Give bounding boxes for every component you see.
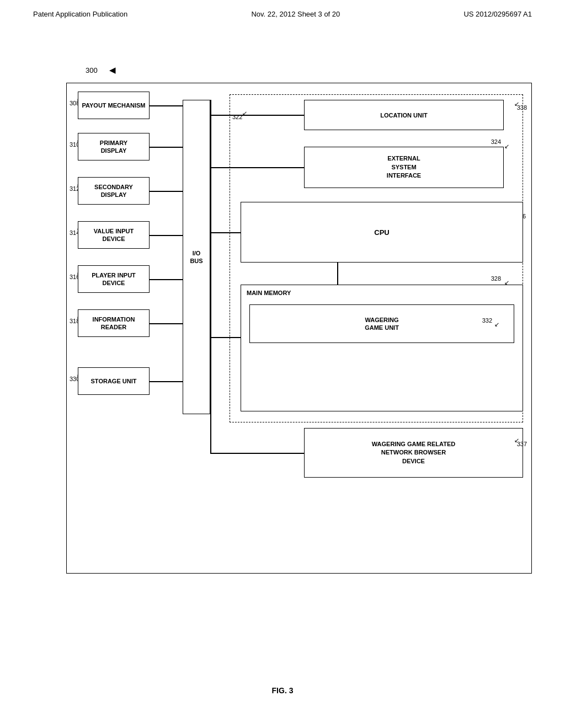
line-io-memory (210, 337, 241, 338)
ref-338-arrow: ↙ (514, 100, 519, 108)
value-input-box: VALUE INPUTDEVICE (78, 221, 150, 249)
line-player-io (150, 279, 183, 280)
line-secondary-io (150, 191, 183, 192)
line-payout-io (150, 105, 183, 106)
location-unit-box: LOCATION UNIT (304, 100, 504, 130)
line-io-cpu (210, 232, 241, 233)
line-io-location (210, 115, 304, 116)
header-middle: Nov. 22, 2012 Sheet 3 of 20 (251, 10, 340, 18)
storage-unit-box: STORAGE UNIT (78, 367, 150, 395)
fig-label: FIG. 3 (272, 686, 294, 695)
line-io-right-vert (210, 100, 211, 453)
header-right: US 2012/0295697 A1 (463, 10, 532, 18)
line-io-wagering-network (210, 453, 304, 454)
ref-300-label: 300 (86, 66, 98, 74)
value-input-label: VALUE INPUTDEVICE (94, 227, 134, 243)
main-memory-box: MAIN MEMORY WAGERINGGAME UNIT 332 ↙ (241, 285, 523, 411)
secondary-display-box: SECONDARYDISPLAY (78, 177, 150, 205)
primary-display-box: PRIMARYDISPLAY (78, 133, 150, 160)
line-io-external (210, 167, 304, 168)
page-header: Patent Application Publication Nov. 22, … (0, 0, 565, 18)
payout-mechanism-label: PAYOUT MECHANISM (82, 101, 146, 109)
ref-332-label: 332 (482, 317, 492, 324)
information-reader-box: INFORMATIONREADER (78, 309, 150, 337)
player-input-label: PLAYER INPUTDEVICE (92, 271, 136, 287)
wagering-network-label: WAGERING GAME RELATEDNETWORK BROWSERDEVI… (372, 440, 455, 465)
header-left: Patent Application Publication (33, 10, 127, 18)
line-storage-io (150, 381, 183, 382)
ref-322-arrow: ↙ (242, 110, 247, 117)
location-unit-label: LOCATION UNIT (380, 112, 427, 119)
line-cpu-memory (337, 263, 338, 285)
ref-300-arrow: ◀ (109, 65, 116, 75)
wagering-network-box: WAGERING GAME RELATEDNETWORK BROWSERDEVI… (304, 428, 523, 478)
primary-display-label: PRIMARYDISPLAY (100, 139, 127, 155)
wagering-game-unit-label: WAGERINGGAME UNIT (365, 316, 399, 332)
line-value-io (150, 235, 183, 236)
ref-324-arrow: ↙ (504, 143, 509, 150)
storage-unit-label: STORAGE UNIT (91, 377, 137, 385)
ref-324-label: 324 (491, 138, 501, 145)
line-info-io (150, 323, 183, 324)
information-reader-label: INFORMATIONREADER (93, 315, 135, 331)
cpu-label: CPU (374, 228, 389, 237)
payout-mechanism-box: PAYOUT MECHANISM (78, 92, 150, 119)
ref-337-arrow: ↙ (514, 437, 519, 444)
io-bus-box: I/OBUS (183, 100, 210, 414)
diagram-container: 300 ◀ 308 ↙ PAYOUT MECHANISM 310 ↙ PRIMA… (33, 66, 532, 590)
wagering-game-unit-box: WAGERINGGAME UNIT (249, 304, 514, 343)
external-system-box: EXTERNALSYSTEMINTERFACE (304, 147, 504, 188)
main-memory-label: MAIN MEMORY (241, 285, 523, 301)
line-primary-io (150, 147, 183, 148)
main-diagram-box: 308 ↙ PAYOUT MECHANISM 310 ↙ PRIMARYDISP… (66, 83, 532, 574)
ref-332-arrow: ↙ (494, 321, 499, 328)
cpu-box: CPU (241, 202, 523, 263)
player-input-box: PLAYER INPUTDEVICE (78, 265, 150, 293)
secondary-display-label: SECONDARYDISPLAY (94, 183, 133, 199)
external-system-label: EXTERNALSYSTEMINTERFACE (387, 154, 421, 180)
io-bus-label: I/OBUS (190, 249, 202, 265)
ref-328-label: 328 (491, 275, 501, 282)
